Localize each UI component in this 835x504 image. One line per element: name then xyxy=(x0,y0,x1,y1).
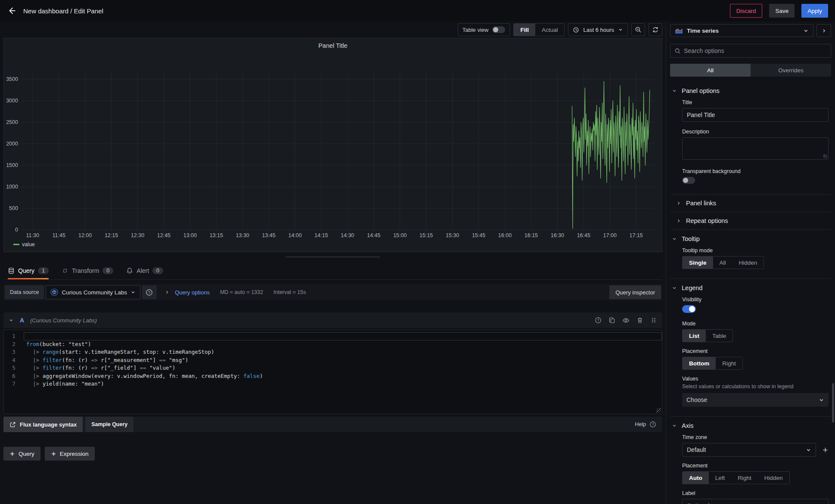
duplicate-query-icon[interactable] xyxy=(608,317,615,324)
legend-header[interactable]: Legend xyxy=(670,279,831,297)
query-datasource-hint: (Curious Community Labs) xyxy=(30,317,97,324)
transparent-background-toggle[interactable] xyxy=(682,177,695,184)
legend-placement-group-option-right[interactable]: Right xyxy=(716,357,742,369)
query-options-link[interactable]: Query options xyxy=(175,289,210,296)
options-sidebar: Time series AllOverrides Panel options xyxy=(666,22,835,504)
axis-placement-group-option-right[interactable]: Right xyxy=(731,472,758,484)
query-help-icon[interactable]: ? xyxy=(595,317,602,324)
options-search[interactable] xyxy=(670,44,831,58)
add-query-button[interactable]: Query xyxy=(3,447,40,461)
tab-query[interactable]: Query 1 xyxy=(8,262,49,279)
axis-label-input[interactable] xyxy=(682,499,829,504)
question-circle-icon: ? xyxy=(649,421,656,428)
code-lines[interactable]: from(bucket: "test") |> range(start: v.t… xyxy=(24,330,662,414)
repeat-options-row[interactable]: Repeat options xyxy=(670,212,831,229)
clock-icon xyxy=(573,27,579,33)
arrow-left-icon xyxy=(7,6,16,15)
section-panel-options: Panel options Title Description Transpar… xyxy=(670,82,831,229)
legend-placement-group-option-bottom[interactable]: Bottom xyxy=(683,357,716,369)
svg-text:16:15: 16:15 xyxy=(525,232,538,238)
options-search-input[interactable] xyxy=(684,47,827,54)
discard-button[interactable]: Discard xyxy=(730,4,763,18)
transparent-background-label: Transparent background xyxy=(682,168,829,174)
query-editor-card: A (Curious Community Labs) ? 1234567 fro… xyxy=(3,312,662,414)
splitter-handle[interactable] xyxy=(286,257,380,257)
tooltip-mode-group-option-all[interactable]: All xyxy=(713,257,733,269)
axis-header[interactable]: Axis xyxy=(670,417,831,434)
description-textarea[interactable] xyxy=(682,137,829,160)
svg-text:12:45: 12:45 xyxy=(157,232,171,238)
axis-placement-group-option-auto[interactable]: Auto xyxy=(683,472,709,484)
table-view-toggle[interactable] xyxy=(492,26,505,33)
options-filter-tabs-option-all[interactable]: All xyxy=(670,64,751,77)
add-timezone-button[interactable] xyxy=(822,447,829,453)
chevron-down-icon xyxy=(672,236,677,241)
zoom-out-button[interactable] xyxy=(631,23,645,36)
sample-query-button[interactable]: Sample Query xyxy=(85,417,133,432)
fill-actual-group-option-fill[interactable]: Fill xyxy=(514,24,535,36)
refresh-icon xyxy=(652,26,659,33)
chevron-right-icon xyxy=(676,218,681,223)
refresh-button[interactable] xyxy=(649,23,662,36)
flux-code-editor[interactable]: 1234567 from(bucket: "test") |> range(st… xyxy=(3,330,662,414)
section-legend: Legend Visibility Mode ListTable Placeme… xyxy=(670,278,831,416)
apply-button[interactable]: Apply xyxy=(801,4,828,18)
delete-query-icon[interactable] xyxy=(636,317,643,324)
query-row-header[interactable]: A (Curious Community Labs) ? xyxy=(3,312,662,328)
svg-text:16:30: 16:30 xyxy=(551,232,564,238)
transform-icon xyxy=(62,267,68,274)
tooltip-mode-group-option-hidden[interactable]: Hidden xyxy=(733,257,764,269)
axis-placement-group-option-hidden[interactable]: Hidden xyxy=(758,472,789,484)
help-button[interactable]: Help ? xyxy=(635,421,662,428)
axis-placement-group-option-left[interactable]: Left xyxy=(709,472,732,484)
time-range-picker[interactable]: Last 6 hours xyxy=(568,23,628,36)
tab-alert[interactable]: Alert 0 xyxy=(126,262,163,279)
query-options-bar[interactable]: Query options MD = auto = 1332 Interval … xyxy=(158,285,608,299)
time-series-viz-icon xyxy=(675,28,683,34)
tab-transform[interactable]: Transform 0 xyxy=(62,262,113,279)
collapse-options-button[interactable] xyxy=(816,24,831,37)
panel-title-input[interactable] xyxy=(682,108,829,122)
legend-values-select[interactable]: Choose xyxy=(682,393,829,407)
tooltip-mode-group-option-single[interactable]: Single xyxy=(683,257,713,269)
flux-syntax-button[interactable]: Flux language syntax xyxy=(3,417,83,432)
drag-handle-icon[interactable] xyxy=(650,317,657,324)
datasource-help-button[interactable]: ? xyxy=(142,285,157,299)
legend-mode-group-option-list[interactable]: List xyxy=(683,330,706,342)
query-inspector-button[interactable]: Query inspector xyxy=(609,285,661,299)
datasource-picker[interactable]: Curious Community Labs xyxy=(46,285,140,299)
top-bar: New dashboard / Edit Panel Discard Save … xyxy=(0,0,835,22)
visualization-picker[interactable]: Time series xyxy=(670,24,813,37)
svg-text:13:45: 13:45 xyxy=(262,232,276,238)
chevron-down-icon xyxy=(672,423,677,428)
time-series-chart[interactable]: 050010001500200025003000350011:3011:4512… xyxy=(4,38,662,252)
sidebar-scrollbar-thumb[interactable] xyxy=(832,383,834,423)
datasource-row: Data source Curious Community Labs ? Que… xyxy=(3,284,662,300)
svg-text:15:00: 15:00 xyxy=(393,232,407,238)
chevron-down-icon xyxy=(672,88,677,93)
query-count-badge: 1 xyxy=(38,267,49,274)
svg-text:13:00: 13:00 xyxy=(183,232,197,238)
options-filter-tabs-option-overrides[interactable]: Overrides xyxy=(751,64,831,77)
axis-placement-group: AutoLeftRightHidden xyxy=(682,471,790,484)
svg-text:11:30: 11:30 xyxy=(26,232,39,238)
editor-resize-handle[interactable] xyxy=(656,408,661,413)
hide-query-icon[interactable] xyxy=(622,317,630,324)
breadcrumb: New dashboard / Edit Panel xyxy=(23,7,103,15)
description-label: Description xyxy=(682,129,829,135)
svg-text:14:30: 14:30 xyxy=(341,232,354,238)
timezone-select[interactable]: Default xyxy=(682,443,816,457)
legend-visibility-toggle[interactable] xyxy=(682,305,696,313)
save-button[interactable]: Save xyxy=(769,4,795,18)
add-expression-button[interactable]: Expression xyxy=(45,447,95,461)
tooltip-mode-group: SingleAllHidden xyxy=(682,256,764,269)
panel-options-header[interactable]: Panel options xyxy=(670,82,831,99)
tooltip-header[interactable]: Tooltip xyxy=(670,230,831,247)
legend-mode-group-option-table[interactable]: Table xyxy=(706,330,733,342)
panel-links-row[interactable]: Panel links xyxy=(670,194,831,212)
back-button[interactable] xyxy=(7,6,16,15)
query-ref: A xyxy=(20,317,24,324)
fill-actual-group-option-actual[interactable]: Actual xyxy=(535,24,565,36)
plus-icon xyxy=(822,447,829,453)
textarea-resize-handle[interactable] xyxy=(823,155,827,158)
